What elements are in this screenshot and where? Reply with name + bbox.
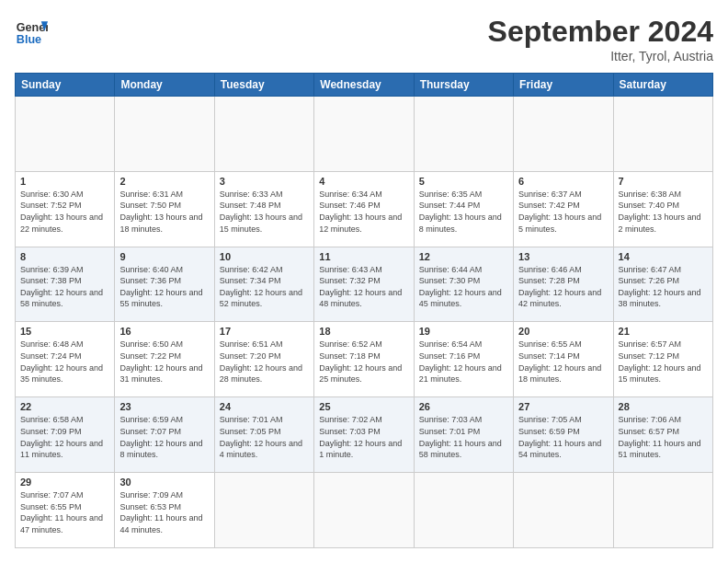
table-row: 8Sunrise: 6:39 AMSunset: 7:38 PMDaylight… bbox=[16, 247, 115, 322]
logo-icon: General Blue bbox=[15, 15, 48, 48]
header: General Blue September 2024 Itter, Tyrol… bbox=[15, 15, 713, 63]
day-number: 8 bbox=[20, 251, 109, 262]
day-info: Sunrise: 6:42 AMSunset: 7:34 PMDaylight:… bbox=[220, 264, 309, 310]
location: Itter, Tyrol, Austria bbox=[488, 49, 713, 63]
day-info: Sunrise: 6:57 AMSunset: 7:12 PMDaylight:… bbox=[619, 339, 708, 385]
day-info: Sunrise: 6:37 AMSunset: 7:42 PMDaylight:… bbox=[518, 189, 608, 235]
table-row: 27Sunrise: 7:05 AMSunset: 6:59 PMDayligh… bbox=[514, 397, 613, 473]
table-row: 11Sunrise: 6:43 AMSunset: 7:32 PMDayligh… bbox=[314, 247, 414, 322]
day-info: Sunrise: 7:01 AMSunset: 7:05 PMDaylight:… bbox=[220, 414, 309, 460]
col-sunday: Sunday bbox=[16, 74, 115, 97]
day-number: 18 bbox=[319, 326, 408, 337]
day-number: 11 bbox=[319, 251, 408, 262]
day-info: Sunrise: 6:50 AMSunset: 7:22 PMDaylight:… bbox=[119, 339, 209, 385]
table-row: 21Sunrise: 6:57 AMSunset: 7:12 PMDayligh… bbox=[613, 322, 712, 397]
day-info: Sunrise: 7:03 AMSunset: 7:01 PMDaylight:… bbox=[419, 414, 508, 460]
table-row bbox=[414, 473, 513, 548]
day-info: Sunrise: 6:30 AMSunset: 7:52 PMDaylight:… bbox=[20, 189, 109, 235]
table-row bbox=[414, 97, 513, 172]
day-info: Sunrise: 6:47 AMSunset: 7:26 PMDaylight:… bbox=[619, 264, 708, 310]
day-number: 7 bbox=[619, 176, 708, 187]
day-number: 16 bbox=[119, 326, 209, 337]
day-info: Sunrise: 6:55 AMSunset: 7:14 PMDaylight:… bbox=[518, 339, 608, 385]
day-number: 23 bbox=[119, 401, 209, 412]
day-number: 19 bbox=[419, 326, 508, 337]
table-row: 5Sunrise: 6:35 AMSunset: 7:44 PMDaylight… bbox=[414, 171, 513, 247]
col-friday: Friday bbox=[514, 74, 613, 97]
calendar-row bbox=[16, 97, 713, 172]
col-monday: Monday bbox=[115, 74, 214, 97]
day-info: Sunrise: 6:44 AMSunset: 7:30 PMDaylight:… bbox=[419, 264, 508, 310]
day-info: Sunrise: 6:43 AMSunset: 7:32 PMDaylight:… bbox=[319, 264, 408, 310]
day-info: Sunrise: 6:46 AMSunset: 7:28 PMDaylight:… bbox=[518, 264, 608, 310]
table-row: 12Sunrise: 6:44 AMSunset: 7:30 PMDayligh… bbox=[414, 247, 513, 322]
col-saturday: Saturday bbox=[613, 74, 712, 97]
day-info: Sunrise: 6:33 AMSunset: 7:48 PMDaylight:… bbox=[220, 189, 309, 235]
day-number: 12 bbox=[419, 251, 508, 262]
table-row bbox=[314, 473, 414, 548]
table-row bbox=[214, 473, 313, 548]
day-info: Sunrise: 6:48 AMSunset: 7:24 PMDaylight:… bbox=[20, 339, 109, 385]
day-number: 13 bbox=[518, 251, 608, 262]
day-number: 14 bbox=[619, 251, 708, 262]
day-number: 30 bbox=[119, 477, 209, 488]
day-number: 5 bbox=[419, 176, 508, 187]
day-number: 2 bbox=[119, 176, 209, 187]
table-row: 14Sunrise: 6:47 AMSunset: 7:26 PMDayligh… bbox=[613, 247, 712, 322]
day-info: Sunrise: 6:52 AMSunset: 7:18 PMDaylight:… bbox=[319, 339, 408, 385]
table-row: 26Sunrise: 7:03 AMSunset: 7:01 PMDayligh… bbox=[414, 397, 513, 473]
table-row: 15Sunrise: 6:48 AMSunset: 7:24 PMDayligh… bbox=[16, 322, 115, 397]
table-row: 30Sunrise: 7:09 AMSunset: 6:53 PMDayligh… bbox=[115, 473, 214, 548]
table-row bbox=[514, 473, 613, 548]
table-row bbox=[613, 97, 712, 172]
table-row: 3Sunrise: 6:33 AMSunset: 7:48 PMDaylight… bbox=[214, 171, 313, 247]
col-wednesday: Wednesday bbox=[314, 74, 414, 97]
table-row: 1Sunrise: 6:30 AMSunset: 7:52 PMDaylight… bbox=[16, 171, 115, 247]
table-row: 24Sunrise: 7:01 AMSunset: 7:05 PMDayligh… bbox=[214, 397, 313, 473]
day-info: Sunrise: 6:59 AMSunset: 7:07 PMDaylight:… bbox=[119, 414, 209, 460]
day-number: 25 bbox=[319, 401, 408, 412]
day-number: 27 bbox=[518, 401, 608, 412]
table-row: 28Sunrise: 7:06 AMSunset: 6:57 PMDayligh… bbox=[613, 397, 712, 473]
day-info: Sunrise: 6:39 AMSunset: 7:38 PMDaylight:… bbox=[20, 264, 109, 310]
day-info: Sunrise: 6:35 AMSunset: 7:44 PMDaylight:… bbox=[419, 189, 508, 235]
col-thursday: Thursday bbox=[414, 74, 513, 97]
calendar-row: 1Sunrise: 6:30 AMSunset: 7:52 PMDaylight… bbox=[16, 171, 713, 247]
month-title: September 2024 bbox=[488, 15, 713, 49]
table-row: 17Sunrise: 6:51 AMSunset: 7:20 PMDayligh… bbox=[214, 322, 313, 397]
table-row: 7Sunrise: 6:38 AMSunset: 7:40 PMDaylight… bbox=[613, 171, 712, 247]
day-info: Sunrise: 6:31 AMSunset: 7:50 PMDaylight:… bbox=[119, 189, 209, 235]
svg-text:Blue: Blue bbox=[17, 33, 41, 46]
day-number: 17 bbox=[220, 326, 309, 337]
table-row bbox=[214, 97, 313, 172]
table-row: 19Sunrise: 6:54 AMSunset: 7:16 PMDayligh… bbox=[414, 322, 513, 397]
table-row: 6Sunrise: 6:37 AMSunset: 7:42 PMDaylight… bbox=[514, 171, 613, 247]
table-row: 29Sunrise: 7:07 AMSunset: 6:55 PMDayligh… bbox=[16, 473, 115, 548]
table-row: 16Sunrise: 6:50 AMSunset: 7:22 PMDayligh… bbox=[115, 322, 214, 397]
calendar-row: 8Sunrise: 6:39 AMSunset: 7:38 PMDaylight… bbox=[16, 247, 713, 322]
day-number: 20 bbox=[518, 326, 608, 337]
title-area: September 2024 Itter, Tyrol, Austria bbox=[488, 15, 713, 63]
day-number: 6 bbox=[518, 176, 608, 187]
calendar-row: 29Sunrise: 7:07 AMSunset: 6:55 PMDayligh… bbox=[16, 473, 713, 548]
table-row: 22Sunrise: 6:58 AMSunset: 7:09 PMDayligh… bbox=[16, 397, 115, 473]
day-info: Sunrise: 6:40 AMSunset: 7:36 PMDaylight:… bbox=[119, 264, 209, 310]
day-number: 4 bbox=[319, 176, 408, 187]
day-number: 15 bbox=[20, 326, 109, 337]
calendar-row: 15Sunrise: 6:48 AMSunset: 7:24 PMDayligh… bbox=[16, 322, 713, 397]
table-row: 25Sunrise: 7:02 AMSunset: 7:03 PMDayligh… bbox=[314, 397, 414, 473]
day-number: 26 bbox=[419, 401, 508, 412]
table-row bbox=[314, 97, 414, 172]
calendar: Sunday Monday Tuesday Wednesday Thursday… bbox=[15, 73, 713, 548]
day-number: 10 bbox=[220, 251, 309, 262]
day-info: Sunrise: 7:09 AMSunset: 6:53 PMDaylight:… bbox=[119, 489, 209, 535]
day-info: Sunrise: 7:02 AMSunset: 7:03 PMDaylight:… bbox=[319, 414, 408, 460]
day-info: Sunrise: 6:38 AMSunset: 7:40 PMDaylight:… bbox=[619, 189, 708, 235]
table-row: 23Sunrise: 6:59 AMSunset: 7:07 PMDayligh… bbox=[115, 397, 214, 473]
day-number: 24 bbox=[220, 401, 309, 412]
page: General Blue September 2024 Itter, Tyrol… bbox=[0, 0, 728, 563]
day-number: 28 bbox=[619, 401, 708, 412]
day-info: Sunrise: 7:06 AMSunset: 6:57 PMDaylight:… bbox=[619, 414, 708, 460]
table-row: 10Sunrise: 6:42 AMSunset: 7:34 PMDayligh… bbox=[214, 247, 313, 322]
logo: General Blue bbox=[15, 15, 48, 48]
